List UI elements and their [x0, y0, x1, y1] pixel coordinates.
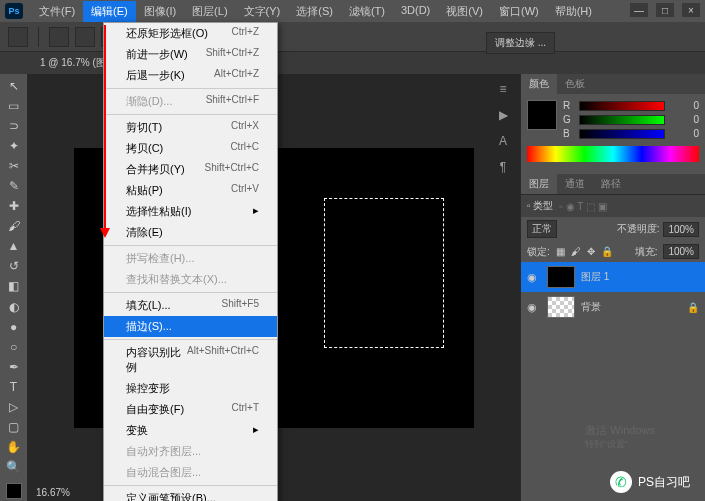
- gradient-tool[interactable]: ◐: [3, 297, 25, 316]
- foreground-swatch[interactable]: [6, 483, 22, 499]
- menu-item[interactable]: 变换: [104, 420, 277, 441]
- menu-选择(S)[interactable]: 选择(S): [288, 1, 341, 22]
- refine-edge-button[interactable]: 调整边缘 ...: [486, 32, 555, 54]
- marquee-tool[interactable]: ▭: [3, 96, 25, 115]
- collapsed-panels: ≡ ▶ A ¶: [488, 74, 520, 182]
- layers-tab[interactable]: 图层: [521, 174, 557, 194]
- lock-position-icon[interactable]: ✥: [587, 246, 595, 257]
- b-slider[interactable]: [579, 129, 665, 139]
- actions-icon[interactable]: ▶: [492, 104, 514, 126]
- history-brush-tool[interactable]: ↺: [3, 257, 25, 276]
- crop-tool[interactable]: ✂: [3, 156, 25, 175]
- layer-thumbnail[interactable]: [547, 266, 575, 288]
- character-icon[interactable]: A: [492, 130, 514, 152]
- move-tool[interactable]: ↖: [3, 76, 25, 95]
- menu-窗口(W)[interactable]: 窗口(W): [491, 1, 547, 22]
- maximize-button[interactable]: □: [656, 3, 674, 17]
- lock-transparent-icon[interactable]: ▦: [556, 246, 565, 257]
- g-value: 0: [669, 114, 699, 125]
- g-label: G: [563, 114, 575, 125]
- paragraph-icon[interactable]: ¶: [492, 156, 514, 178]
- r-value: 0: [669, 100, 699, 111]
- g-slider[interactable]: [579, 115, 665, 125]
- menu-item[interactable]: 填充(L)...Shift+F5: [104, 295, 277, 316]
- shape-tool[interactable]: ▢: [3, 418, 25, 437]
- layer-blend-select[interactable]: 正常: [527, 220, 557, 238]
- menu-滤镜(T)[interactable]: 滤镜(T): [341, 1, 393, 22]
- lasso-tool[interactable]: ⊃: [3, 116, 25, 135]
- menu-item[interactable]: 前进一步(W)Shift+Ctrl+Z: [104, 44, 277, 65]
- layer-row[interactable]: ◉ 背景 🔒: [521, 292, 705, 322]
- zoom-tool[interactable]: 🔍: [3, 458, 25, 477]
- menu-item[interactable]: 粘贴(P)Ctrl+V: [104, 180, 277, 201]
- tools-panel: ↖ ▭ ⊃ ✦ ✂ ✎ ✚ 🖌 ▲ ↺ ◧ ◐ ● ○ ✒ T ▷ ▢ ✋ 🔍: [0, 74, 28, 501]
- menu-图像(I)[interactable]: 图像(I): [136, 1, 184, 22]
- menubar: Ps 文件(F)编辑(E)图像(I)图层(L)文字(Y)选择(S)滤镜(T)3D…: [0, 0, 705, 22]
- menu-帮助(H)[interactable]: 帮助(H): [547, 1, 600, 22]
- menu-item[interactable]: 拷贝(C)Ctrl+C: [104, 138, 277, 159]
- fill-label: 填充:: [635, 245, 658, 259]
- windows-activation-text: 激活 Windows 转到"设置": [585, 423, 655, 451]
- menu-item[interactable]: 选择性粘贴(I): [104, 201, 277, 222]
- menu-item[interactable]: 后退一步(K)Alt+Ctrl+Z: [104, 65, 277, 86]
- eraser-tool[interactable]: ◧: [3, 277, 25, 296]
- filter-kind-label: ▫ 类型: [527, 199, 553, 213]
- menu-item[interactable]: 描边(S)...: [104, 316, 277, 337]
- brush-tool[interactable]: 🖌: [3, 217, 25, 236]
- layer-row[interactable]: ◉ 图层 1: [521, 262, 705, 292]
- menu-item[interactable]: 剪切(T)Ctrl+X: [104, 117, 277, 138]
- lock-pixels-icon[interactable]: 🖌: [571, 246, 581, 257]
- menu-item: 自动混合图层...: [104, 462, 277, 483]
- opacity-value[interactable]: 100%: [663, 222, 699, 237]
- menu-视图(V)[interactable]: 视图(V): [438, 1, 491, 22]
- zoom-level[interactable]: 16.67%: [36, 487, 70, 498]
- menu-item[interactable]: 自由变换(F)Ctrl+T: [104, 399, 277, 420]
- blur-tool[interactable]: ●: [3, 317, 25, 336]
- menu-item: 渐隐(D)...Shift+Ctrl+F: [104, 91, 277, 112]
- menu-编辑(E)[interactable]: 编辑(E): [83, 1, 136, 22]
- path-tool[interactable]: ▷: [3, 398, 25, 417]
- swatches-tab[interactable]: 色板: [557, 74, 593, 94]
- color-fg-swatch[interactable]: [527, 100, 557, 130]
- history-icon[interactable]: ≡: [492, 78, 514, 100]
- app-icon: Ps: [5, 3, 23, 19]
- menu-3D(D)[interactable]: 3D(D): [393, 1, 438, 22]
- pen-tool[interactable]: ✒: [3, 357, 25, 376]
- menu-item[interactable]: 定义画笔预设(B)...: [104, 488, 277, 501]
- annotation-arrow: [104, 25, 106, 230]
- color-tab[interactable]: 颜色: [521, 74, 557, 94]
- menu-item[interactable]: 还原矩形选框(O)Ctrl+Z: [104, 23, 277, 44]
- menu-item[interactable]: 清除(E): [104, 222, 277, 243]
- menu-item[interactable]: 内容识别比例Alt+Shift+Ctrl+C: [104, 342, 277, 378]
- menu-文件(F)[interactable]: 文件(F): [31, 1, 83, 22]
- type-tool[interactable]: T: [3, 377, 25, 396]
- minimize-button[interactable]: —: [630, 3, 648, 17]
- color-spectrum[interactable]: [527, 146, 699, 162]
- menu-item: 查找和替换文本(X)...: [104, 269, 277, 290]
- tool-preset-icon[interactable]: [8, 27, 28, 47]
- layer-thumbnail[interactable]: [547, 296, 575, 318]
- selection-add-icon[interactable]: [75, 27, 95, 47]
- lock-all-icon[interactable]: 🔒: [601, 246, 613, 257]
- healing-tool[interactable]: ✚: [3, 197, 25, 216]
- eyedropper-tool[interactable]: ✎: [3, 176, 25, 195]
- window-controls: — □ ×: [630, 3, 700, 17]
- dodge-tool[interactable]: ○: [3, 337, 25, 356]
- menu-图层(L)[interactable]: 图层(L): [184, 1, 235, 22]
- selection-new-icon[interactable]: [49, 27, 69, 47]
- hand-tool[interactable]: ✋: [3, 438, 25, 457]
- paths-tab[interactable]: 路径: [593, 174, 629, 194]
- close-button[interactable]: ×: [682, 3, 700, 17]
- r-slider[interactable]: [579, 101, 665, 111]
- stamp-tool[interactable]: ▲: [3, 237, 25, 256]
- fill-value[interactable]: 100%: [663, 244, 699, 259]
- menu-item[interactable]: 操控变形: [104, 378, 277, 399]
- status-bar: 16.67%: [28, 483, 78, 501]
- menu-文字(Y)[interactable]: 文字(Y): [236, 1, 289, 22]
- visibility-icon[interactable]: ◉: [527, 301, 541, 314]
- marquee-selection: [324, 198, 444, 348]
- channels-tab[interactable]: 通道: [557, 174, 593, 194]
- visibility-icon[interactable]: ◉: [527, 271, 541, 284]
- menu-item[interactable]: 合并拷贝(Y)Shift+Ctrl+C: [104, 159, 277, 180]
- wand-tool[interactable]: ✦: [3, 136, 25, 155]
